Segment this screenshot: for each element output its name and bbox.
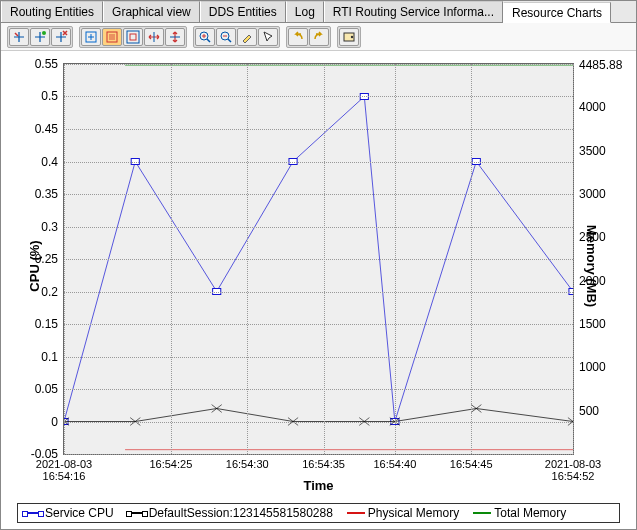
- svg-point-0: [42, 31, 46, 35]
- legend-item-physical-memory[interactable]: Physical Memory: [347, 506, 459, 520]
- svg-rect-4: [127, 31, 139, 43]
- app-frame: Routing Entities Graphical view DDS Enti…: [0, 0, 637, 530]
- legend-label: Service CPU: [45, 506, 114, 520]
- xtick: 2021-08-03 16:54:16: [36, 454, 92, 482]
- ytick-left: 0.25: [35, 252, 64, 266]
- ytick-left: 0.35: [35, 187, 64, 201]
- crosshair-add-icon[interactable]: [30, 28, 50, 46]
- chart-area: CPU (%) Memory (MB) -0.0500.050.10.150.2…: [1, 51, 636, 529]
- crosshair-remove-icon[interactable]: [51, 28, 71, 46]
- xtick: 16:54:40: [373, 454, 416, 470]
- plot-region[interactable]: -0.0500.050.10.150.20.250.30.350.40.450.…: [63, 63, 574, 455]
- undo-icon[interactable]: [288, 28, 308, 46]
- select-scroll-icon[interactable]: [81, 28, 101, 46]
- svg-rect-5: [130, 34, 136, 40]
- legend-item-total-memory[interactable]: Total Memory: [473, 506, 566, 520]
- x-axis-label: Time: [303, 478, 333, 493]
- ytick-left: 0.3: [41, 220, 64, 234]
- y-axis-left-label: CPU (%): [27, 240, 42, 291]
- legend-item-default-session[interactable]: DefaultSession:123145581580288: [128, 506, 333, 520]
- zoom-vertical-icon[interactable]: [165, 28, 185, 46]
- chart-toolbar: [1, 23, 636, 51]
- settings-icon[interactable]: [339, 28, 359, 46]
- zoom-fit-icon[interactable]: [123, 28, 143, 46]
- zoom-in-icon[interactable]: [195, 28, 215, 46]
- ytick-right: 2000: [573, 274, 606, 288]
- crosshair-edit-icon[interactable]: [9, 28, 29, 46]
- ytick-right: 1500: [573, 317, 606, 331]
- legend-item-service-cpu[interactable]: Service CPU: [24, 506, 114, 520]
- xtick: 16:54:35: [302, 454, 345, 470]
- ytick-left: 0.2: [41, 285, 64, 299]
- svg-point-9: [351, 35, 353, 37]
- legend: Service CPU DefaultSession:1231455815802…: [17, 503, 620, 523]
- legend-label: Total Memory: [494, 506, 566, 520]
- ytick-left: 0.45: [35, 122, 64, 136]
- tab-resource-charts[interactable]: Resource Charts: [503, 2, 611, 23]
- ytick-left: 0.1: [41, 350, 64, 364]
- tab-dds-entities[interactable]: DDS Entities: [200, 1, 286, 22]
- svg-rect-3: [109, 34, 115, 40]
- ytick-right: 4000: [573, 100, 606, 114]
- ytick-right: 1000: [573, 360, 606, 374]
- ytick-right: 3500: [573, 144, 606, 158]
- tab-routing-entities[interactable]: Routing Entities: [1, 1, 103, 22]
- xtick: 16:54:45: [450, 454, 493, 470]
- ytick-left: 0.15: [35, 317, 64, 331]
- ytick-left: 0.4: [41, 155, 64, 169]
- tab-graphical-view[interactable]: Graphical view: [103, 1, 200, 22]
- eyedropper-icon[interactable]: [237, 28, 257, 46]
- ytick-left: 0: [51, 415, 64, 429]
- y-right-max-label: 4485.88: [573, 58, 622, 72]
- xtick: 2021-08-03 16:54:52: [545, 454, 601, 482]
- pointer-icon[interactable]: [258, 28, 278, 46]
- tab-log[interactable]: Log: [286, 1, 324, 22]
- tab-routing-service-info[interactable]: RTI Routing Service Informa...: [324, 1, 503, 22]
- ytick-left: 0.5: [41, 89, 64, 103]
- zoom-out-icon[interactable]: [216, 28, 236, 46]
- legend-label: DefaultSession:123145581580288: [149, 506, 333, 520]
- zoom-horizontal-icon[interactable]: [144, 28, 164, 46]
- select-area-icon[interactable]: [102, 28, 122, 46]
- ytick-right: 2500: [573, 230, 606, 244]
- ytick-left: 0.55: [35, 57, 64, 71]
- redo-icon[interactable]: [309, 28, 329, 46]
- xtick: 16:54:25: [149, 454, 192, 470]
- tab-bar: Routing Entities Graphical view DDS Enti…: [1, 1, 636, 23]
- xtick: 16:54:30: [226, 454, 269, 470]
- ytick-right: 3000: [573, 187, 606, 201]
- ytick-left: 0.05: [35, 382, 64, 396]
- legend-label: Physical Memory: [368, 506, 459, 520]
- ytick-right: 500: [573, 404, 599, 418]
